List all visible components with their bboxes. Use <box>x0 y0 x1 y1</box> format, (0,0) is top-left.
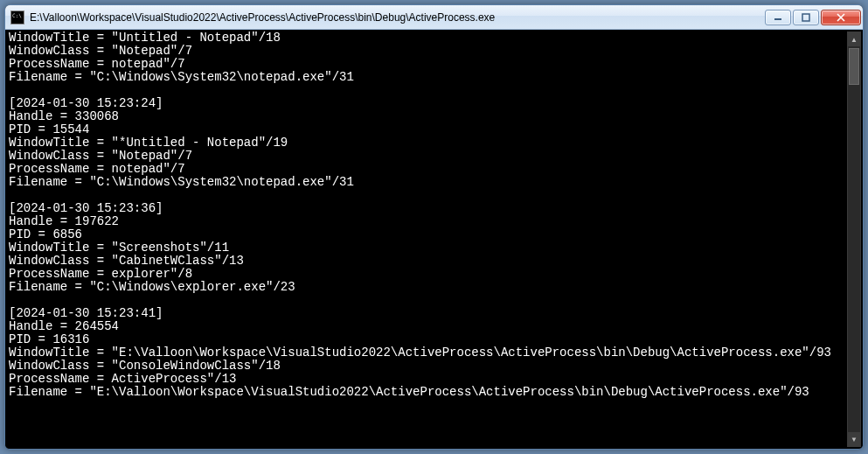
close-button[interactable] <box>821 10 861 25</box>
console-window: E:\Valloon\Workspace\VisualStudio2022\Ac… <box>4 4 864 450</box>
scroll-up-arrow[interactable]: ▲ <box>848 32 860 46</box>
app-icon <box>10 10 24 24</box>
maximize-icon <box>802 13 810 22</box>
svg-rect-1 <box>802 14 809 21</box>
window-controls <box>765 10 861 25</box>
console-output[interactable]: WindowTitle = "Untitled - Notepad"/18 Wi… <box>5 30 863 449</box>
scroll-down-arrow[interactable]: ▼ <box>848 432 860 446</box>
vertical-scrollbar[interactable]: ▲ ▼ <box>847 31 861 447</box>
close-icon <box>837 13 845 22</box>
minimize-icon <box>774 13 782 22</box>
scroll-thumb[interactable] <box>849 48 859 85</box>
maximize-button[interactable] <box>793 10 819 25</box>
svg-rect-0 <box>774 18 781 20</box>
minimize-button[interactable] <box>765 10 791 25</box>
window-title: E:\Valloon\Workspace\VisualStudio2022\Ac… <box>30 11 765 24</box>
titlebar[interactable]: E:\Valloon\Workspace\VisualStudio2022\Ac… <box>5 5 863 30</box>
